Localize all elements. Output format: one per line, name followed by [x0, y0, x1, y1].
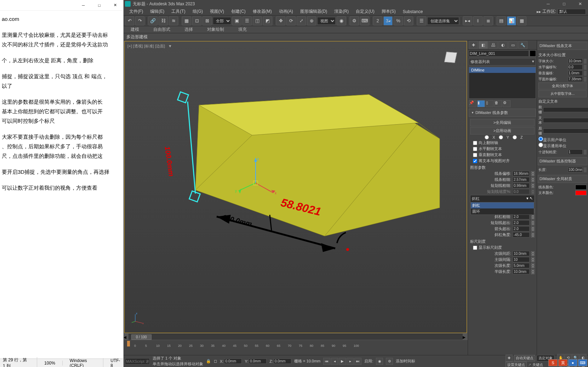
sub-spacing-field[interactable] [513, 251, 530, 256]
plane-offset-field[interactable] [568, 76, 583, 82]
goto-end-button[interactable]: ⏭ [354, 358, 361, 365]
ribbon-toggle-button[interactable]: ▤ [497, 16, 506, 25]
time-slider[interactable]: ◂ 0 / 100 ▸ [124, 334, 468, 340]
modifier-dimline[interactable]: DIMline [469, 67, 536, 73]
spinner[interactable] [584, 167, 587, 172]
get-font-button[interactable]: 从中获取字体... [538, 90, 587, 97]
max-close-button[interactable]: ✕ [572, 0, 588, 8]
menu-rendering[interactable]: 渲染(R) [331, 8, 352, 15]
rollout-line-text[interactable]: DIMaster 线条文本 [538, 42, 587, 50]
manipulate-button[interactable]: ⚙ [350, 16, 359, 25]
axis-z-radio[interactable] [513, 135, 517, 139]
spinner[interactable] [584, 150, 587, 155]
select-region-button[interactable]: ◫ [253, 16, 262, 25]
main-gap-field[interactable] [513, 257, 530, 262]
spinner[interactable]: ▴▾ [531, 183, 535, 188]
schematic-button[interactable]: ▦ [517, 16, 526, 25]
line-color-swatch[interactable] [575, 185, 587, 190]
menu-more-icon[interactable]: ▸▸ [537, 9, 541, 14]
spinner[interactable]: ▴▾ [531, 269, 535, 274]
create-tab[interactable]: ✚ [469, 41, 478, 49]
length-field[interactable] [568, 167, 583, 172]
snap-percent-button[interactable]: % [394, 16, 403, 25]
prev-frame-button[interactable]: ◂ [331, 358, 338, 365]
modify-tab[interactable]: ◧ [479, 41, 488, 49]
play-button[interactable]: ▶ [339, 358, 346, 365]
undo-button[interactable]: ↶ [125, 16, 134, 25]
menu-file[interactable]: 文件(F) [126, 8, 146, 15]
spinner[interactable]: ▴▾ [531, 220, 535, 225]
rollout-global-material[interactable]: DIMaster 全局材质 [538, 175, 587, 183]
half-len-field[interactable] [513, 269, 530, 274]
menu-grapheditors[interactable]: 图形编辑器(D) [297, 8, 330, 15]
mirror-button[interactable]: ▸◂ [463, 16, 472, 25]
show-user-radio[interactable] [538, 137, 543, 141]
arrow-over-field[interactable] [513, 226, 530, 231]
sub-len-field[interactable] [513, 263, 530, 268]
ref-coord-dropdown[interactable]: 视图 [317, 17, 336, 25]
spinner[interactable] [584, 71, 587, 76]
ime-sogou-button[interactable]: S [548, 359, 558, 366]
time-ruler[interactable]: 0510152025303540455055606570758085909510… [124, 340, 468, 348]
viewport-label[interactable]: [+] [透视] [标准] [边面] ▼ [127, 44, 172, 49]
ribbon-tab-objpaint[interactable]: 对象绘制 [200, 26, 231, 33]
bind-spacewarp-button[interactable]: ≋ [169, 16, 178, 25]
precision-field[interactable] [568, 149, 583, 155]
axis-x-radio[interactable] [485, 135, 489, 139]
utilities-tab[interactable]: 🔧 [518, 41, 527, 49]
rollout-line-controller[interactable]: DIMaster 线条控制器 [538, 157, 587, 165]
spinner[interactable]: ▴▾ [531, 226, 535, 231]
show-ticks-checkbox[interactable] [473, 246, 477, 250]
funnel-icon[interactable]: ▼ [168, 44, 172, 48]
key-mode-button[interactable]: ◉ [376, 358, 383, 365]
menu-scripting[interactable]: 脚本(S) [379, 8, 399, 15]
workspace-dropdown[interactable] [558, 9, 586, 15]
spinner[interactable]: ▴▾ [531, 257, 535, 262]
isolate-icon[interactable]: ◻ [214, 359, 217, 363]
layer-button[interactable]: ≣ [484, 16, 493, 25]
select-name-button[interactable]: ☰ [242, 16, 252, 25]
flip-up-checkbox[interactable] [473, 141, 477, 145]
time-config-button[interactable]: ⚙ [386, 358, 393, 365]
flip-h-checkbox[interactable] [473, 147, 477, 151]
dropdown-option-ring[interactable]: 圆环 [471, 208, 534, 214]
display-tab[interactable]: ▭ [508, 41, 518, 49]
ribbon-tab-freeform[interactable]: 自由形式 [146, 26, 177, 33]
motion-tab[interactable]: ◐ [498, 41, 508, 49]
axis-y-radio[interactable] [499, 135, 503, 139]
slash-angle-field[interactable] [513, 232, 530, 237]
flip-v-checkbox[interactable] [473, 153, 477, 157]
ime-keyboard-button[interactable]: ⌨ [578, 359, 587, 366]
ime-lang-button[interactable]: 英 [558, 359, 567, 366]
spinner[interactable]: ▴▾ [531, 233, 535, 237]
spinner[interactable] [584, 77, 587, 82]
suffix-field[interactable] [543, 128, 588, 133]
autokey-button[interactable]: 自动关键点 [514, 355, 535, 361]
enable-anim-button[interactable]: >启用动画 [470, 127, 535, 134]
short-over-field[interactable] [513, 220, 530, 225]
maxscript-listener[interactable] [125, 358, 150, 365]
short-bold-field[interactable] [513, 183, 530, 188]
menu-substance[interactable]: Substance [400, 8, 426, 15]
show-generic-radio[interactable] [538, 143, 543, 147]
configure-button[interactable]: ⚙ [503, 100, 510, 107]
coord-x-field[interactable] [224, 359, 242, 364]
align-button[interactable]: ⫴ [473, 16, 483, 25]
crossing-button[interactable]: ⊡ [192, 16, 201, 25]
hierarchy-tab[interactable]: 品 [489, 41, 498, 49]
time-marker-icon[interactable] [127, 341, 130, 346]
max-max-button[interactable]: □ [556, 0, 572, 8]
notepad-close-button[interactable]: ✕ [107, 0, 123, 11]
ribbon-tab-modeling[interactable]: 建模 [124, 26, 146, 33]
line-width-field[interactable] [513, 177, 530, 182]
perspective-viewport[interactable]: [+] [透视] [标准] [边面] ▼ [124, 41, 467, 333]
h-offset-field[interactable] [568, 64, 583, 70]
coord-y-field[interactable] [249, 359, 267, 364]
add-time-tag[interactable]: 添加时间标 [396, 359, 415, 364]
spinner[interactable] [584, 59, 587, 64]
selection-filter-dropdown[interactable]: 全部 [213, 17, 231, 25]
object-color-swatch[interactable] [530, 50, 536, 57]
v-offset-field[interactable] [568, 70, 583, 76]
arrow-type-dropdown[interactable]: 斜杠 ▾ ↖ 斜杠 圆环 [470, 195, 535, 202]
dropdown-option-slash[interactable]: 斜杠 [471, 202, 534, 208]
